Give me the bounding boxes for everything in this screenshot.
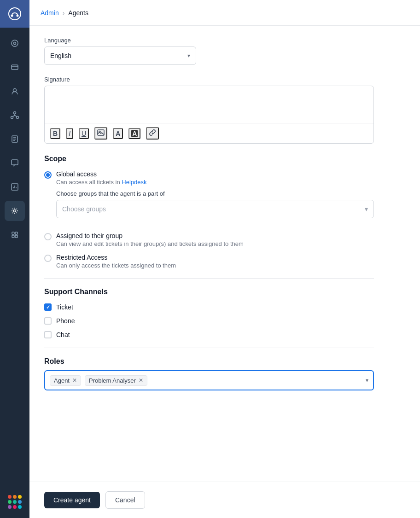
svg-point-1 (11, 15, 13, 17)
groups-chevron-icon: ▾ (365, 205, 368, 213)
language-label: Language (44, 37, 405, 44)
language-field: Language English ▾ (44, 37, 405, 65)
channel-chat-checkbox[interactable] (44, 331, 52, 338)
scope-global-option: Global access Can access all tickets in … (44, 170, 405, 226)
toolbar-italic-button[interactable]: I (66, 128, 73, 139)
svg-point-13 (14, 210, 16, 212)
groups-placeholder: Choose groups (62, 205, 106, 213)
groups-label: Choose groups that the agent is a part o… (56, 190, 405, 197)
groups-dropdown[interactable]: Choose groups ▾ (56, 200, 374, 218)
role-tag-problem-analyser: Problem Analyser ✕ (85, 375, 147, 386)
main-content: Admin › Agents Language English ▾ Signat… (29, 0, 420, 518)
svg-point-8 (11, 116, 13, 119)
svg-rect-11 (12, 160, 18, 165)
sidebar (0, 0, 29, 518)
language-dropdown[interactable]: English ▾ (44, 47, 196, 65)
signature-label: Signature (44, 76, 405, 83)
role-tag-agent-label: Agent (54, 377, 70, 384)
svg-point-7 (14, 112, 16, 114)
svg-rect-17 (15, 235, 18, 238)
svg-point-2 (17, 15, 19, 17)
role-tag-agent: Agent ✕ (50, 375, 81, 386)
channel-phone-label: Phone (56, 317, 75, 325)
scope-global-radio[interactable] (44, 171, 52, 179)
language-chevron-icon: ▾ (187, 52, 190, 59)
language-value: English (50, 52, 71, 59)
sidebar-logo[interactable] (0, 0, 29, 28)
scope-title: Scope (44, 155, 405, 163)
channel-ticket-row: Ticket (44, 303, 405, 311)
roles-section: Roles Agent ✕ Problem Analyser ✕ ▾ (44, 357, 405, 390)
app-dots (6, 493, 23, 511)
helpdesk-link[interactable]: Helpdesk (122, 179, 146, 186)
scope-global-desc: Can access all tickets in Helpdesk (56, 179, 405, 186)
sidebar-item-tools[interactable] (5, 225, 25, 245)
role-tag-agent-remove[interactable]: ✕ (72, 378, 77, 383)
svg-rect-14 (12, 232, 14, 234)
svg-point-0 (9, 8, 21, 20)
scope-group-radio[interactable] (44, 233, 52, 240)
topbar-agents: Agents (68, 9, 88, 17)
sidebar-item-inbox[interactable] (5, 57, 25, 77)
signature-box: B I U A A (44, 86, 374, 144)
scope-restricted-content: Restricted Access Can only access the ti… (56, 254, 405, 269)
signature-editor[interactable] (45, 86, 373, 123)
scope-global-label: Global access (56, 170, 405, 178)
svg-point-4 (14, 42, 16, 45)
scope-restricted-radio[interactable] (44, 255, 52, 262)
sidebar-bottom (6, 493, 23, 518)
toolbar-bg-color-button[interactable]: A (128, 128, 140, 139)
signature-field: Signature B I U A A (44, 76, 405, 144)
channel-phone-checkbox[interactable] (44, 317, 52, 325)
roles-input[interactable]: Agent ✕ Problem Analyser ✕ ▾ (44, 370, 374, 390)
role-tag-problem-analyser-label: Problem Analyser (89, 377, 136, 384)
svg-point-3 (12, 40, 18, 47)
footer: Create agent Cancel (29, 482, 420, 518)
section-divider (44, 278, 374, 279)
scope-section: Scope Global access Can access all ticke… (44, 155, 405, 269)
scope-group-content: Assigned to their group Can view and edi… (56, 232, 405, 247)
svg-rect-16 (12, 235, 14, 238)
toolbar-image-button[interactable] (94, 127, 107, 140)
signature-toolbar: B I U A A (45, 123, 373, 143)
scope-group-label: Assigned to their group (56, 232, 405, 239)
role-tag-problem-analyser-remove[interactable]: ✕ (139, 378, 143, 383)
channel-ticket-label: Ticket (56, 303, 73, 311)
scope-global-content: Global access Can access all tickets in … (56, 170, 405, 226)
sidebar-item-contacts[interactable] (5, 81, 25, 101)
toolbar-underline-button[interactable]: U (79, 128, 89, 139)
scope-restricted-label: Restricted Access (56, 254, 405, 261)
sidebar-item-settings[interactable] (5, 201, 25, 221)
sidebar-item-knowledge[interactable] (5, 129, 25, 149)
channel-chat-row: Chat (44, 331, 405, 338)
sidebar-item-reports[interactable] (5, 177, 25, 197)
scope-group-desc: Can view and edit tickets in their group… (56, 240, 405, 247)
scope-restricted-option: Restricted Access Can only access the ti… (44, 254, 405, 269)
topbar-separator: › (63, 9, 65, 17)
toolbar-bold-button[interactable]: B (50, 128, 60, 139)
channel-phone-row: Phone (44, 317, 405, 325)
form-content: Language English ▾ Signature B I U (29, 26, 420, 482)
cancel-button[interactable]: Cancel (105, 491, 145, 509)
toolbar-link-button[interactable] (146, 127, 159, 140)
create-agent-button[interactable]: Create agent (44, 492, 100, 508)
svg-point-9 (17, 116, 19, 119)
topbar-admin-link[interactable]: Admin (41, 9, 59, 17)
roles-divider (44, 348, 374, 348)
roles-title: Roles (44, 357, 405, 366)
svg-rect-15 (15, 232, 18, 234)
channel-chat-label: Chat (56, 331, 70, 338)
channel-ticket-checkbox[interactable] (44, 303, 52, 311)
channels-title: Support Channels (44, 288, 405, 296)
sidebar-item-chat[interactable] (5, 153, 25, 173)
sidebar-item-home[interactable] (5, 33, 25, 53)
topbar: Admin › Agents (29, 0, 420, 26)
sidebar-item-org[interactable] (5, 105, 25, 125)
scope-restricted-desc: Can only access the tickets assigned to … (56, 262, 405, 269)
svg-rect-5 (12, 65, 18, 70)
roles-chevron-icon: ▾ (366, 377, 368, 384)
toolbar-font-color-button[interactable]: A (113, 128, 123, 139)
support-channels-section: Support Channels Ticket Phone Chat (44, 288, 405, 338)
scope-group-option: Assigned to their group Can view and edi… (44, 232, 405, 247)
